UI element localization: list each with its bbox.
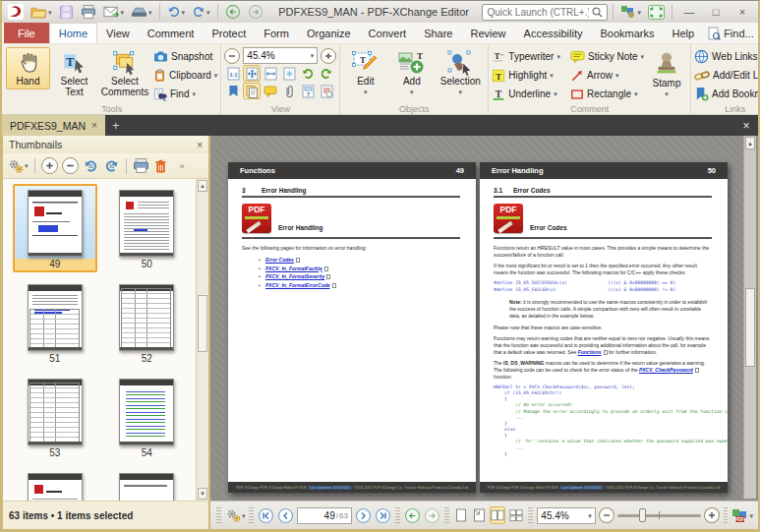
clipboard-button[interactable]: Clipboard▾ [153, 66, 217, 85]
tab-help[interactable]: Help [664, 23, 704, 43]
new-tab-button[interactable]: + [105, 115, 127, 136]
arrow-tool-button[interactable]: Arrow▾ [570, 66, 644, 85]
view-options-button[interactable]: ▾ [225, 507, 246, 523]
tab-share[interactable]: Share [415, 23, 461, 43]
selection-button[interactable]: Selection▾ [436, 47, 485, 97]
tab-organize[interactable]: Organize [298, 23, 360, 43]
delete-pages-button[interactable] [153, 158, 168, 174]
next-page-button[interactable] [355, 507, 372, 524]
thumbnail-page-56[interactable]: 56 [104, 467, 189, 501]
link-error-codes[interactable]: Error Codes [265, 257, 294, 263]
scrollbar-thumb[interactable] [198, 295, 207, 352]
tab-home[interactable]: Home [49, 23, 97, 43]
thumbnail-page-54[interactable]: 54 [104, 373, 189, 461]
two-page-layout-button[interactable] [490, 506, 505, 524]
web-links-button[interactable]: Web Links▾ [694, 47, 760, 66]
fit-visible-button[interactable] [280, 65, 298, 82]
stamp-button[interactable]: Stamp▾ [646, 47, 687, 99]
open-dropdown-caret[interactable]: ▾ [48, 9, 52, 16]
arrow-caret[interactable]: ▾ [615, 72, 619, 79]
thumbnails-pane-button[interactable] [243, 83, 261, 99]
tab-review[interactable]: Review [461, 23, 514, 43]
scroll-up-icon[interactable]: ▲ [198, 180, 207, 192]
rotate-cw-90-button[interactable]: 90 [103, 158, 120, 174]
pdf-options-caret[interactable]: ▾ [749, 512, 753, 519]
ui-options-caret[interactable]: ▾ [637, 9, 641, 16]
add-bookmark-button[interactable]: Add Bookmark [694, 85, 760, 103]
actual-size-button[interactable]: 1:1 [224, 65, 242, 82]
close-pane-button[interactable]: × [734, 115, 758, 136]
email-dropdown-caret[interactable]: ▾ [121, 9, 125, 16]
scan-dropdown-caret[interactable]: ▾ [148, 9, 152, 16]
document-scrollbar[interactable]: ▲ [743, 136, 756, 499]
thumbnail-page-50[interactable]: 50 [104, 184, 189, 272]
zoom-combo-caret[interactable]: ▾ [588, 512, 592, 519]
zoom-out-button-bottom[interactable] [599, 507, 614, 523]
first-page-button[interactable] [258, 507, 274, 524]
tab-view[interactable]: View [97, 23, 139, 43]
tab-comment[interactable]: Comment [139, 23, 204, 43]
add-objects-button[interactable]: T Add▾ [389, 47, 434, 97]
zoom-combo-caret[interactable]: ▾ [311, 52, 315, 59]
last-page-button[interactable] [375, 507, 391, 524]
stamp-caret[interactable]: ▾ [665, 90, 669, 97]
scan-button[interactable]: ▾ [129, 3, 154, 21]
select-text-button[interactable]: T Select Text [52, 47, 96, 99]
fit-page-button[interactable] [243, 65, 261, 82]
link-format-errorcode[interactable]: PXCV_fn_FormatErrorCode [265, 282, 330, 288]
highlight-button[interactable]: T Highlight▾ [492, 66, 560, 85]
tab-file[interactable]: File [4, 23, 49, 43]
history-forward-button[interactable] [424, 507, 440, 524]
edit-objects-button[interactable]: T Edit▾ [343, 47, 387, 97]
zoom-level-combo-bottom[interactable]: 45.4%▾ [537, 507, 595, 524]
thumbnails-scrollbar[interactable]: ▲ ▼ [196, 179, 208, 501]
thumbnail-page-52[interactable]: 52 [104, 278, 189, 367]
select-comments-button[interactable]: Select Comments [98, 47, 151, 99]
redo-dropdown-caret[interactable]: ▾ [206, 9, 210, 16]
tab-protect[interactable]: Protect [203, 23, 255, 43]
thumbnail-page-53[interactable]: 53 [13, 373, 97, 461]
add-edit-links-button[interactable]: Add/Edit Links [694, 66, 760, 85]
link-format-facility[interactable]: PXCV_fn_FormatFacility [265, 266, 322, 271]
continuous-layout-button[interactable] [472, 506, 488, 524]
scroll-down-icon[interactable]: ▼ [198, 488, 207, 500]
thumbnail-page-55[interactable]: 55 [13, 467, 97, 501]
document-view[interactable]: Functions 49 3 Error Handling PDF Error … [210, 136, 758, 501]
zoom-level-combo[interactable]: 45.4%▾ [243, 47, 318, 64]
two-page-continuous-layout-button[interactable] [508, 506, 524, 524]
thumbnails-options-caret[interactable]: ▾ [25, 162, 29, 169]
quick-launch-input[interactable] [487, 7, 589, 18]
close-button[interactable]: × [731, 3, 754, 21]
fullscreen-button[interactable] [646, 3, 667, 21]
minimize-button[interactable]: — [677, 3, 701, 21]
zoom-slider-thumb[interactable] [639, 508, 646, 522]
close-document-tab-icon[interactable]: × [91, 120, 97, 131]
page-49[interactable]: Functions 49 3 Error Handling PDF Error … [228, 162, 476, 493]
thumbnail-page-49[interactable]: 49 [13, 184, 97, 272]
find-button[interactable]: Find... [703, 23, 759, 43]
page-50[interactable]: Error Handling 50 3.1 Error Codes PDF Er… [480, 162, 728, 493]
print-pages-button[interactable] [133, 157, 149, 174]
clipboard-caret[interactable]: ▾ [214, 72, 218, 79]
tab-form[interactable]: Form [255, 23, 298, 43]
add-caret[interactable]: ▾ [410, 89, 414, 95]
tab-accessibility[interactable]: Accessibility [515, 23, 592, 43]
underline-button[interactable]: T Underline▾ [492, 85, 560, 103]
maximize-button[interactable]: □ [704, 3, 728, 21]
highlight-caret[interactable]: ▾ [550, 72, 554, 79]
view-options-caret[interactable]: ▾ [242, 512, 246, 519]
thumbnails-zoom-in-button[interactable] [41, 157, 58, 174]
redo-button[interactable]: ▾ [190, 3, 212, 21]
fit-width-button[interactable] [262, 65, 279, 82]
undo-dropdown-caret[interactable]: ▾ [182, 9, 186, 16]
single-page-layout-button[interactable] [453, 506, 469, 524]
previous-page-button[interactable] [277, 507, 294, 524]
properties-pane-button[interactable] [318, 83, 335, 99]
pdf-options-button[interactable]: PDF▾ [731, 508, 753, 523]
open-file-button[interactable]: ▾ [29, 3, 54, 21]
ui-options-button[interactable]: ▾ [618, 3, 643, 21]
thumbnail-page-51[interactable]: 51 [13, 278, 97, 367]
fields-pane-button[interactable]: 7 [299, 83, 317, 99]
close-thumbnails-panel-button[interactable]: × [197, 140, 203, 150]
bookmarks-pane-button[interactable] [224, 83, 242, 99]
